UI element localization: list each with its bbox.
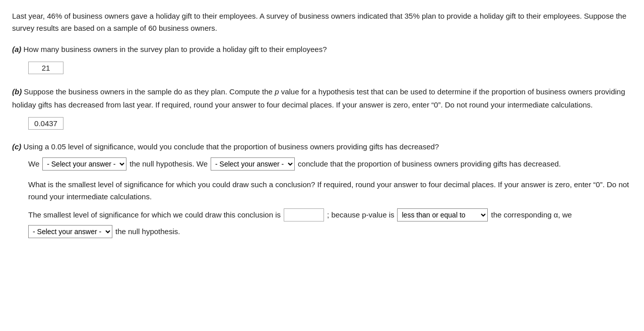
part-b-header: (b) Suppose the business owners in the s… bbox=[12, 85, 632, 111]
part-c-subsection: What is the smallest level of significan… bbox=[28, 179, 632, 238]
conclude-label: conclude that the proportion of business… bbox=[298, 157, 561, 171]
sig-text-pre: The smallest level of significance for w… bbox=[28, 208, 281, 222]
part-a-answer-box[interactable]: 21 bbox=[28, 62, 63, 74]
part-c-label: (c) bbox=[12, 142, 21, 151]
sig-text-mid: ; because p-value is bbox=[327, 208, 394, 222]
part-c-section: (c) Using a 0.05 level of significance, … bbox=[12, 141, 632, 238]
part-b-label: (b) bbox=[12, 87, 22, 96]
part-a-label: (a) bbox=[12, 45, 21, 53]
part-a-header: (a) How many business owners in the surv… bbox=[12, 43, 632, 56]
dropdown-lte[interactable]: less than or equal to greater than equal… bbox=[397, 208, 488, 222]
dropdown-reject[interactable]: - Select your answer - reject fail to re… bbox=[42, 157, 126, 171]
part-a-section: (a) How many business owners in the surv… bbox=[12, 43, 632, 74]
intro-paragraph: Last year, 46% of business owners gave a… bbox=[12, 10, 632, 34]
dropdown-can[interactable]: - Select your answer - can cannot bbox=[211, 157, 295, 171]
significance-input[interactable] bbox=[284, 208, 324, 222]
intro-text: Last year, 46% of business owners gave a… bbox=[12, 12, 626, 32]
part-b-answer-box[interactable]: 0.0437 bbox=[28, 117, 63, 130]
significance-row: The smallest level of significance for w… bbox=[28, 208, 632, 238]
sig-text-post: the corresponding α, we bbox=[491, 208, 571, 222]
we-label: We bbox=[28, 157, 39, 171]
part-b-section: (b) Suppose the business owners in the s… bbox=[12, 85, 632, 130]
part-c-question: Using a 0.05 level of significance, woul… bbox=[24, 142, 439, 151]
part-c-answer-row: We - Select your answer - reject fail to… bbox=[28, 157, 632, 171]
subsection-text1: What is the smallest level of significan… bbox=[28, 179, 632, 203]
dropdown-reject2[interactable]: - Select your answer - reject fail to re… bbox=[28, 225, 112, 238]
p-variable: p bbox=[275, 87, 281, 96]
null-hyp-label: the null hypothesis. We bbox=[130, 157, 208, 171]
part-b-question-1: Suppose the business owners in the sampl… bbox=[24, 87, 273, 96]
sig-text-end: the null hypothesis. bbox=[115, 225, 180, 238]
part-c-header: (c) Using a 0.05 level of significance, … bbox=[12, 141, 632, 153]
